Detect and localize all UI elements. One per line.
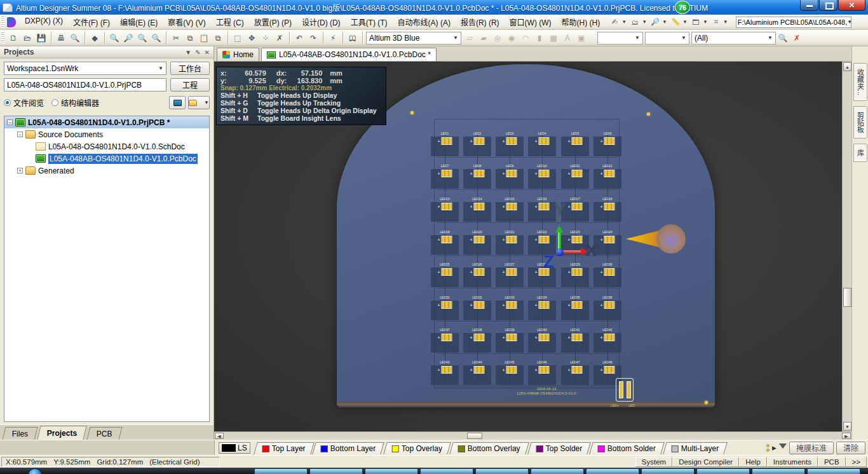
panel-tab-pcb[interactable]: PCB: [86, 427, 122, 440]
menu-item-6[interactable]: 设计(D) (D): [297, 15, 346, 29]
dimension-icon[interactable]: 📏: [670, 17, 681, 27]
recent-path-combo[interactable]: F:\Aluminium PCB\L05A\L05A-048, ▼: [736, 17, 851, 28]
taskbar-button[interactable]: [752, 468, 805, 474]
status-button-design-compiler[interactable]: Design Compiler: [672, 457, 739, 467]
filter-combo-2[interactable]: ▼: [645, 32, 689, 44]
validate-project-button[interactable]: [169, 96, 186, 109]
close-button[interactable]: [838, 0, 865, 11]
zoom-document-icon[interactable]: 🔎: [122, 32, 135, 44]
chevron-down-icon[interactable]: ▼: [682, 19, 688, 25]
browse-library-icon[interactable]: 🕮: [346, 32, 359, 44]
pcbdoc-tab[interactable]: L05A-048AB-OS4801N1D4.0-V1.0.PcbDoc *: [261, 48, 437, 61]
menu-item-5[interactable]: 放置(P) (P): [249, 15, 297, 29]
chevron-down-icon[interactable]: ▼: [158, 65, 163, 71]
scroll-left-icon[interactable]: ◀: [215, 433, 224, 439]
status-button-help[interactable]: Help: [739, 457, 767, 467]
move-icon[interactable]: ✥: [245, 32, 258, 44]
open-icon[interactable]: 🗁: [21, 32, 34, 44]
menu-item-1[interactable]: 文件(F) (F): [68, 15, 115, 29]
layer-tab-bottom-solder[interactable]: Bottom Solder: [589, 442, 664, 454]
chevron-down-icon[interactable]: ▼: [635, 35, 640, 41]
filter-funnel-icon[interactable]: [779, 444, 787, 452]
grid-icon[interactable]: ⌗: [710, 17, 722, 27]
start-orb-icon[interactable]: [28, 468, 42, 474]
scope-all-combo[interactable]: (All) ▼: [691, 32, 776, 44]
zoom-window-icon[interactable]: 🔍: [108, 32, 121, 44]
chevron-down-icon[interactable]: ▼: [723, 19, 728, 25]
toolbar-grip-2[interactable]: [1, 32, 4, 44]
undo-icon[interactable]: ↶: [293, 32, 306, 44]
menu-item-8[interactable]: 自动布线(A) (A): [393, 15, 456, 29]
scroll-down-icon[interactable]: ▼: [843, 422, 851, 431]
status-button-instruments[interactable]: Instruments: [767, 457, 818, 467]
home-tab[interactable]: Home: [217, 48, 259, 61]
layer-tab-bottom-layer[interactable]: Bottom Layer: [313, 442, 385, 454]
menu-item-2[interactable]: 编辑(E) (E): [115, 15, 163, 29]
paste-array-icon[interactable]: ⧉: [212, 32, 224, 44]
menu-item-11[interactable]: 帮助(H) (H): [557, 15, 606, 29]
menu-item-9[interactable]: 报告(R) (R): [456, 15, 505, 29]
panels-icon[interactable]: 🗔: [690, 17, 702, 27]
view-configuration-combo[interactable]: Altium 3D Blue ▼: [366, 32, 461, 44]
scroll-up-icon[interactable]: ▲: [843, 62, 851, 71]
taskbar-button[interactable]: [807, 468, 860, 474]
panel-close-icon[interactable]: ✕: [205, 49, 210, 56]
chevron-down-icon[interactable]: ▼: [453, 35, 458, 41]
chevron-down-icon[interactable]: ▼: [642, 19, 647, 25]
minimize-button[interactable]: [800, 0, 818, 11]
taskbar-button[interactable]: [365, 468, 418, 474]
layer-tab-top-layer[interactable]: Top Layer: [254, 442, 314, 454]
tree-row-4[interactable]: +Generated: [4, 165, 209, 177]
save-icon[interactable]: 💾: [35, 32, 48, 44]
layer-tab-multi-layer[interactable]: Multi-Layer: [663, 442, 728, 454]
layer-set-indicator[interactable]: LS: [219, 442, 250, 454]
print-icon[interactable]: 🖶: [55, 32, 67, 44]
clear-filter-icon[interactable]: ✗: [790, 32, 803, 44]
open-document-button[interactable]: ▼: [188, 96, 210, 109]
collapse-icon[interactable]: –: [7, 119, 13, 125]
taskbar-button[interactable]: [531, 468, 584, 474]
clear-filter-icon[interactable]: ✗: [273, 32, 286, 44]
print-preview-icon[interactable]: 🔍: [69, 32, 81, 44]
notification-badge[interactable]: 76: [675, 1, 690, 14]
menu-item-4[interactable]: 工程 (C): [211, 15, 249, 29]
measure-icon[interactable]: ✍: [609, 17, 620, 27]
align-icon[interactable]: ⁘: [259, 32, 272, 44]
menu-item-3[interactable]: 察看(V) (V): [163, 15, 210, 29]
panel-tab-projects[interactable]: Projects: [37, 426, 88, 440]
chevron-down-icon[interactable]: ▼: [768, 35, 773, 41]
tree-row-0[interactable]: –L05A-048-OS4801N1D4.0-V1.0.PrjPCB *: [4, 116, 209, 128]
workspace-combo[interactable]: Workspace1.DsnWrk ▼: [4, 62, 166, 75]
chevron-down-icon[interactable]: ▼: [681, 35, 686, 41]
taskbar-button[interactable]: [254, 468, 308, 474]
chevron-down-icon[interactable]: ▼: [847, 19, 851, 25]
windows-taskbar[interactable]: [0, 468, 868, 474]
mask-level-button[interactable]: 掩膜标准: [789, 442, 834, 454]
vertical-scroll-thumb[interactable]: [843, 288, 851, 307]
status-button-system[interactable]: System: [635, 457, 672, 467]
view-3d-icon[interactable]: ◆: [88, 32, 101, 44]
project-combo[interactable]: L05A-048-OS4801N1D4.0-V1.0.PrjPCB: [4, 78, 166, 91]
toolbar-grip[interactable]: [1, 17, 4, 28]
expand-icon[interactable]: +: [17, 168, 23, 173]
right-panel-tab-2[interactable]: 库: [853, 144, 867, 162]
chevron-down-icon[interactable]: ▼: [662, 19, 667, 25]
scroll-right-icon[interactable]: ▶: [842, 433, 851, 439]
layer-tab-top-solder[interactable]: Top Solder: [527, 442, 591, 454]
chevron-down-icon[interactable]: ▼: [621, 19, 627, 25]
menu-item-7[interactable]: 工具(T) (T): [346, 15, 393, 29]
taskbar-button[interactable]: [309, 468, 363, 474]
restore-button[interactable]: [819, 0, 837, 11]
status-button-more[interactable]: >>: [846, 457, 867, 467]
horizontal-scroll-thumb[interactable]: [467, 433, 482, 439]
panel-tab-files[interactable]: Files: [3, 427, 38, 440]
taskbar-button[interactable]: [475, 468, 529, 474]
menu-item-0[interactable]: DXP(X) (X): [20, 15, 68, 29]
pcb-3d-viewport[interactable]: LED1+LED2+LED3+LED4+LED5+LED6+LED7+LED8+…: [214, 62, 851, 431]
right-panel-tab-0[interactable]: 收藏夹...: [853, 63, 867, 101]
workspace-button[interactable]: 工作台: [170, 62, 210, 75]
status-button-pcb[interactable]: PCB: [818, 457, 846, 467]
taskbar-button[interactable]: [696, 468, 750, 474]
redo-icon[interactable]: ↷: [307, 32, 320, 44]
snap-points-icon[interactable]: [766, 444, 770, 452]
